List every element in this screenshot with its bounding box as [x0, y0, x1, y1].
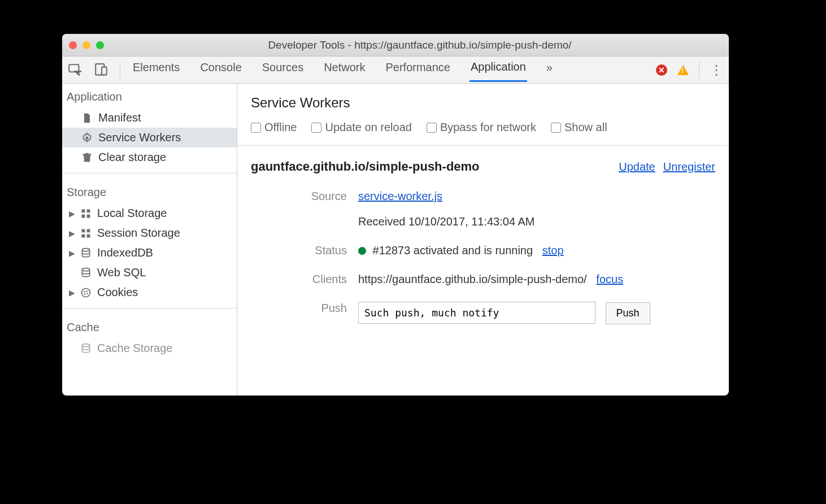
more-options-icon[interactable]: ⋮ [710, 62, 723, 78]
toolbar-separator [699, 62, 699, 79]
origin-text: gauntface.github.io/simple-push-demo [251, 159, 480, 174]
sidebar-item-indexeddb[interactable]: ▶ IndexedDB [62, 243, 237, 263]
sidebar: Application Manifest Service Workers Cle… [62, 84, 237, 396]
status-label: Status [251, 244, 347, 257]
sidebar-item-clear-storage[interactable]: Clear storage [62, 147, 237, 167]
stop-link[interactable]: stop [542, 244, 564, 257]
warning-badge-icon[interactable] [677, 65, 689, 75]
svg-point-13 [82, 268, 89, 271]
sidebar-divider [62, 308, 237, 309]
expand-triangle-icon[interactable]: ▶ [69, 229, 75, 238]
gear-icon [81, 132, 93, 144]
push-cell: Push [358, 302, 715, 324]
received-text: Received 10/10/2017, 11:43:04 AM [358, 215, 715, 228]
close-icon[interactable] [69, 41, 77, 49]
bypass-for-network-checkbox[interactable]: Bypass for network [427, 121, 536, 134]
status-cell: #12873 activated and is running stop [358, 244, 715, 257]
push-input[interactable] [358, 302, 595, 324]
svg-rect-4 [82, 209, 85, 212]
svg-rect-9 [87, 229, 90, 232]
toolbar-right: ✕ ⋮ [656, 62, 723, 79]
cookie-icon [80, 287, 92, 298]
expand-triangle-icon[interactable]: ▶ [69, 288, 75, 297]
window-title: Developer Tools - https://gauntface.gith… [118, 39, 722, 51]
svg-rect-2 [102, 67, 107, 75]
sidebar-item-session-storage[interactable]: ▶ Session Storage [62, 223, 237, 243]
sidebar-section-application: Application [62, 84, 237, 108]
database-icon [80, 267, 92, 279]
tabs-overflow[interactable]: » [545, 59, 554, 81]
device-toolbar-icon[interactable] [94, 63, 108, 77]
sidebar-item-label: Service Workers [98, 131, 181, 144]
sidebar-item-label: Cookies [97, 286, 138, 299]
tab-network[interactable]: Network [323, 59, 366, 81]
sidebar-item-label: Cache Storage [97, 342, 172, 355]
tab-sources[interactable]: Sources [261, 59, 305, 81]
sidebar-section-storage: Storage [62, 179, 237, 203]
clients-url: https://gauntface.github.io/simple-push-… [358, 273, 587, 285]
origin-actions: Update Unregister [619, 160, 715, 173]
sidebar-item-label: Manifest [98, 111, 141, 124]
status-dot-icon [358, 247, 366, 255]
database-icon [80, 343, 92, 354]
panel-heading: Service Workers [251, 95, 715, 111]
sidebar-item-cache-storage[interactable]: ▶ Cache Storage [62, 338, 237, 358]
update-link[interactable]: Update [619, 160, 655, 173]
toolbar-separator [120, 62, 120, 79]
sidebar-item-cookies[interactable]: ▶ Cookies [62, 283, 237, 302]
origin-row: gauntface.github.io/simple-push-demo Upd… [251, 159, 715, 174]
toolbar: Elements Console Sources Network Perform… [62, 57, 729, 84]
show-all-checkbox[interactable]: Show all [551, 121, 607, 134]
sidebar-item-web-sql[interactable]: ▶ Web SQL [62, 263, 237, 283]
inspect-element-icon[interactable] [68, 63, 82, 77]
options-row: Offline Update on reload Bypass for netw… [251, 121, 715, 134]
sidebar-divider [62, 173, 237, 173]
update-on-reload-checkbox[interactable]: Update on reload [311, 121, 411, 134]
trash-icon [81, 152, 93, 163]
sidebar-item-manifest[interactable]: Manifest [62, 108, 237, 128]
error-badge-icon[interactable]: ✕ [656, 64, 667, 76]
source-link[interactable]: service-worker.js [358, 190, 442, 202]
status-text: #12873 activated and is running [373, 244, 533, 257]
document-icon [81, 112, 93, 124]
expand-triangle-icon[interactable]: ▶ [69, 209, 75, 218]
grid-icon [80, 228, 92, 239]
minimize-icon[interactable] [82, 41, 90, 49]
svg-rect-7 [87, 214, 90, 218]
grid-icon [80, 208, 92, 219]
tab-performance[interactable]: Performance [385, 59, 452, 81]
svg-point-15 [84, 291, 85, 293]
clients-label: Clients [251, 273, 347, 286]
sw-details-grid: Source service-worker.js Received 10/10/… [251, 190, 715, 324]
expand-triangle-icon[interactable]: ▶ [69, 249, 75, 258]
zoom-icon[interactable] [96, 41, 104, 49]
tab-console[interactable]: Console [199, 59, 242, 81]
focus-link[interactable]: focus [596, 273, 623, 285]
push-label: Push [251, 302, 347, 315]
sidebar-item-label: Local Storage [97, 207, 167, 220]
sidebar-item-label: Web SQL [97, 266, 146, 279]
tab-application[interactable]: Application [469, 58, 527, 82]
svg-point-17 [84, 293, 86, 295]
offline-checkbox[interactable]: Offline [251, 121, 297, 134]
svg-rect-6 [82, 214, 85, 218]
source-label: Source [251, 190, 347, 203]
push-button[interactable]: Push [606, 302, 650, 324]
sidebar-item-service-workers[interactable]: Service Workers [62, 128, 237, 147]
body: Application Manifest Service Workers Cle… [62, 84, 729, 396]
sidebar-item-label: Session Storage [97, 227, 180, 240]
sidebar-section-cache: Cache [62, 314, 237, 338]
sidebar-item-local-storage[interactable]: ▶ Local Storage [62, 203, 237, 223]
database-icon [80, 247, 92, 259]
devtools-window: Developer Tools - https://gauntface.gith… [62, 34, 729, 396]
traffic-lights [69, 41, 104, 49]
svg-point-3 [86, 136, 89, 139]
svg-rect-10 [82, 234, 85, 237]
divider [237, 145, 729, 146]
sidebar-item-label: Clear storage [98, 151, 166, 164]
svg-rect-5 [87, 209, 90, 212]
source-cell: service-worker.js Received 10/10/2017, 1… [358, 190, 715, 228]
tab-elements[interactable]: Elements [132, 59, 181, 81]
svg-point-14 [82, 288, 90, 297]
unregister-link[interactable]: Unregister [663, 160, 715, 173]
